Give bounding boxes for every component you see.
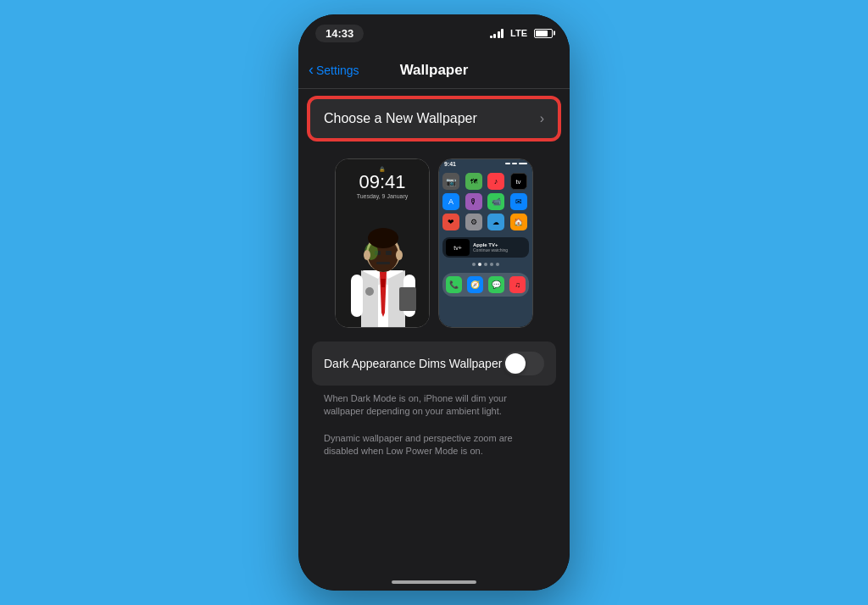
app-grid: 📷 🗺 ♪ tv A 🎙 📹 ✉ ❤ ⚙ ☁ 🏠 <box>439 168 532 236</box>
wallpaper-preview-area: 🔒 09:41 Tuesday, 9 January <box>298 148 570 338</box>
lock-date: Tuesday, 9 January <box>357 193 409 199</box>
home-status-bar: 9:41 <box>439 159 532 168</box>
tv-widget: tv+ Apple TV+ Continue watching <box>442 237 529 258</box>
svg-point-20 <box>365 287 374 296</box>
svg-rect-13 <box>376 262 390 264</box>
battery-icon <box>534 29 553 38</box>
svg-marker-5 <box>381 279 386 287</box>
choose-wallpaper-label: Choose a New Wallpaper <box>324 111 477 126</box>
dock-safari-icon: 🧭 <box>467 276 483 293</box>
svg-rect-8 <box>351 275 363 317</box>
home-indicator-area <box>298 577 570 591</box>
status-time: 14:33 <box>315 25 364 42</box>
toggle-thumb <box>505 353 526 374</box>
app-icon-maps: 🗺 <box>465 173 482 190</box>
lock-screen-preview[interactable]: 🔒 09:41 Tuesday, 9 January <box>335 158 430 328</box>
dock-phone-icon: 📞 <box>446 276 462 293</box>
svg-point-17 <box>364 250 370 260</box>
dark-appearance-row[interactable]: Dark Appearance Dims Wallpaper <box>312 341 556 386</box>
home-indicator <box>392 580 476 584</box>
helper-text-1: When Dark Mode is on, iPhone will dim yo… <box>312 389 556 429</box>
app-icon-settings: ⚙ <box>465 214 482 230</box>
settings-section: Dark Appearance Dims Wallpaper When Dark… <box>298 341 570 469</box>
page-dots <box>439 259 532 269</box>
app-icon-misc2: ☁ <box>487 214 504 230</box>
app-dock: 📞 🧭 💬 ♫ <box>442 273 529 297</box>
svg-rect-15 <box>386 251 392 255</box>
back-chevron-icon: ‹ <box>309 61 314 79</box>
helper-text-2: Dynamic wallpaper and perspective zoom a… <box>312 429 556 469</box>
svg-marker-6 <box>361 270 378 327</box>
svg-rect-10 <box>399 287 416 311</box>
app-icon-camera: 📷 <box>442 173 459 190</box>
dock-messages-icon: 💬 <box>488 276 504 293</box>
app-icon-facetime: 📹 <box>487 193 504 210</box>
back-button[interactable]: ‹ Settings <box>309 62 359 79</box>
app-icon-tv: tv <box>510 173 527 190</box>
lte-label: LTE <box>510 28 527 38</box>
svg-point-19 <box>368 228 398 248</box>
page-title: Wallpaper <box>400 62 469 79</box>
app-icon-home: 🏠 <box>510 214 527 230</box>
content-area: Choose a New Wallpaper › 🔒 09:41 Tuesday… <box>298 89 570 577</box>
app-icon-misc1: ❤ <box>442 214 459 230</box>
signal-bars-icon <box>490 28 504 38</box>
home-status-icons <box>505 163 527 164</box>
dark-appearance-toggle[interactable] <box>504 352 544 375</box>
nav-bar: ‹ Settings Wallpaper <box>298 52 570 89</box>
chevron-right-icon: › <box>540 111 544 126</box>
character-illustration-icon <box>336 203 429 327</box>
status-icons: LTE <box>490 28 553 38</box>
home-screen-preview[interactable]: 9:41 📷 🗺 ♪ tv <box>438 158 533 328</box>
svg-point-18 <box>396 250 403 260</box>
dock-music-icon: ♫ <box>509 276 526 293</box>
lock-time: 09:41 <box>357 173 409 191</box>
app-icon-music: ♪ <box>487 173 504 190</box>
choose-wallpaper-button[interactable]: Choose a New Wallpaper › <box>309 97 559 140</box>
lock-illustration <box>336 203 429 327</box>
lock-screen-top: 🔒 09:41 Tuesday, 9 January <box>357 159 409 203</box>
back-label: Settings <box>316 64 359 77</box>
home-time: 9:41 <box>444 161 456 167</box>
dark-appearance-label: Dark Appearance Dims Wallpaper <box>324 357 504 370</box>
phone-shell: 14:33 LTE ‹ Settings Wallpaper <box>298 14 570 591</box>
app-icon-appstore: A <box>442 193 459 210</box>
status-bar: 14:33 LTE <box>298 14 570 52</box>
app-icon-mail: ✉ <box>510 193 527 210</box>
app-icon-podcasts: 🎙 <box>465 193 482 210</box>
